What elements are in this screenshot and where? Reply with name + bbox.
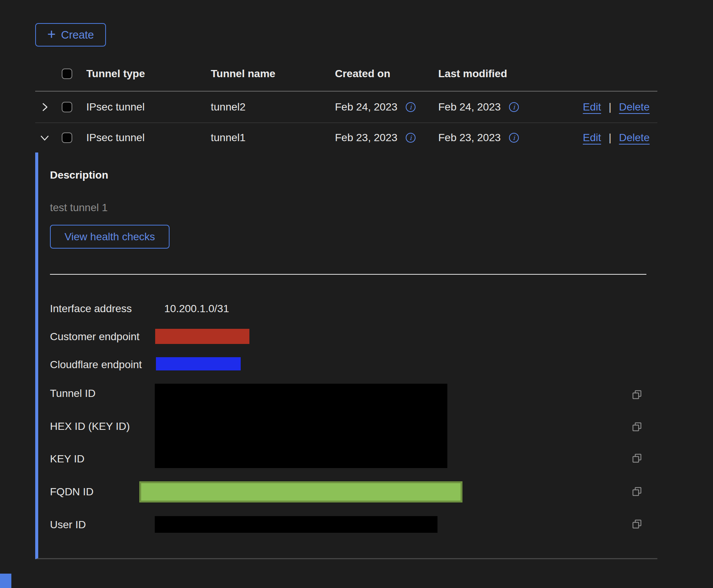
action-separator: | [609,101,611,113]
info-icon[interactable]: i [509,133,519,143]
key-id-label: KEY ID [50,451,84,467]
edit-link[interactable]: Edit [583,132,601,144]
plus-icon: + [47,27,56,41]
customer-endpoint-label: Customer endpoint [50,329,140,344]
section-divider [50,274,646,275]
copy-hex-id-button[interactable] [632,422,642,432]
user-id-redacted-value [155,516,437,533]
delete-link[interactable]: Delete [619,132,650,144]
fqdn-id-label: FQDN ID [50,484,93,499]
customer-endpoint-redacted-value [155,329,249,344]
tunnels-page: + Create Tunnel type Tunnel name Created… [0,0,713,588]
description-title: Description [50,168,108,183]
table-row: IPsec tunnel tunnel1 Feb 23, 2023 i Feb … [35,123,657,152]
collapse-chevron-down-icon[interactable] [39,132,50,143]
edit-link[interactable]: Edit [583,101,601,113]
cloudflare-endpoint-label: Cloudflare endpoint [50,357,142,372]
tunnel-type-cell: IPsec tunnel [86,101,211,113]
row-checkbox[interactable] [62,102,72,112]
interface-address-value: 10.200.1.0/31 [164,301,229,316]
tunnel-id-label: Tunnel ID [50,386,95,401]
copy-user-id-button[interactable] [632,519,642,529]
copy-icon [632,389,642,400]
copy-icon [632,453,642,464]
cloudflare-endpoint-redacted-value [156,357,241,370]
info-icon[interactable]: i [406,102,416,112]
row-checkbox[interactable] [62,132,72,143]
description-text: test tunnel 1 [50,200,108,215]
info-icon[interactable]: i [509,102,519,112]
create-button[interactable]: + Create [35,23,106,47]
expand-chevron-right-icon[interactable] [39,101,50,113]
header-created-on: Created on [335,68,438,80]
info-icon[interactable]: i [406,133,416,143]
select-all-checkbox[interactable] [62,68,72,79]
delete-link[interactable]: Delete [619,101,650,113]
last-modified-cell: Feb 23, 2023 [438,132,501,144]
created-on-cell: Feb 23, 2023 [335,132,397,144]
last-modified-cell: Feb 24, 2023 [438,101,501,113]
ids-redacted-block [155,384,447,468]
tunnel-name-cell: tunnel1 [211,132,335,144]
hex-id-label: HEX ID (KEY ID) [50,419,130,434]
copy-icon [632,519,642,529]
header-tunnel-type: Tunnel type [86,68,211,80]
fqdn-id-redacted-value [139,481,462,502]
copy-icon [632,422,642,432]
tunnel-details-panel: Description test tunnel 1 View health ch… [35,152,657,559]
copy-icon [632,486,642,497]
header-tunnel-name: Tunnel name [211,68,335,80]
tunnels-table: Tunnel type Tunnel name Created on Last … [35,57,657,152]
tunnel-name-cell: tunnel2 [211,101,335,113]
created-on-cell: Feb 24, 2023 [335,101,397,113]
header-last-modified: Last modified [438,68,583,80]
user-id-label: User ID [50,517,86,532]
copy-fqdn-id-button[interactable] [632,486,642,497]
create-button-label: Create [61,29,94,41]
tunnel-type-cell: IPsec tunnel [86,132,211,144]
table-header-row: Tunnel type Tunnel name Created on Last … [35,57,657,92]
interface-address-label: Interface address [50,301,132,316]
view-health-checks-button[interactable]: View health checks [50,225,170,249]
table-row: IPsec tunnel tunnel2 Feb 24, 2023 i Feb … [35,92,657,123]
action-separator: | [609,132,611,144]
corner-blue-marker [0,574,11,588]
copy-key-id-button[interactable] [632,453,642,464]
copy-tunnel-id-button[interactable] [632,389,642,400]
